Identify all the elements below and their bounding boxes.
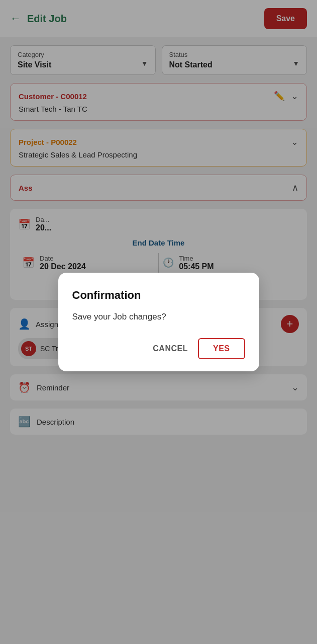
modal-title: Confirmation <box>72 289 245 302</box>
modal-buttons: CANCEL YES <box>72 338 245 359</box>
modal-message: Save your Job changes? <box>72 312 245 322</box>
confirmation-modal: Confirmation Save your Job changes? CANC… <box>58 273 259 371</box>
yes-button[interactable]: YES <box>198 338 245 359</box>
cancel-button[interactable]: CANCEL <box>153 344 188 353</box>
modal-overlay: Confirmation Save your Job changes? CANC… <box>0 0 317 644</box>
